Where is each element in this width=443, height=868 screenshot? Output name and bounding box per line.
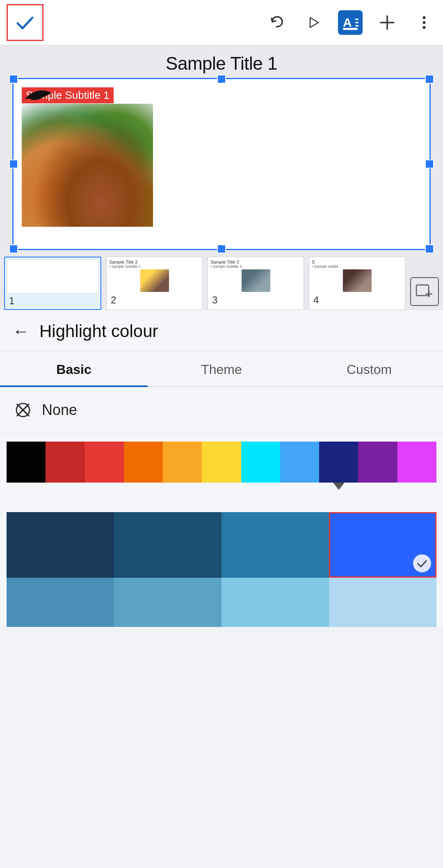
slide-canvas[interactable]: Sample Subtitle 1 [12, 78, 431, 250]
panel-header: ← Highlight colour [0, 310, 443, 351]
color-purple[interactable] [358, 442, 397, 483]
toolbar-icons: A [264, 10, 436, 35]
thumb-subtitle-4: • Sample Subttit [312, 264, 338, 269]
color-light-blue[interactable] [280, 442, 319, 483]
add-icon[interactable] [375, 10, 400, 35]
shade-steel-blue[interactable] [114, 578, 222, 627]
tab-custom[interactable]: Custom [295, 351, 443, 386]
shade-darkest[interactable] [7, 512, 114, 578]
svg-rect-2 [343, 28, 358, 30]
thumb-num-4: 4 [312, 294, 319, 306]
shade-dark[interactable] [114, 512, 222, 578]
back-button[interactable]: ← [12, 323, 30, 340]
thumb-num-2: 2 [109, 294, 116, 306]
color-panel: ← Highlight colour Basic Theme Custom No… [0, 310, 443, 627]
play-icon[interactable] [301, 10, 326, 35]
color-cyan[interactable] [241, 442, 280, 483]
thumb-3[interactable]: Sample Title 3 • Sample Subtitle 3 3 [208, 257, 304, 310]
thumb-4[interactable]: S • Sample Subttit 4 [309, 257, 405, 310]
more-options-icon[interactable] [412, 10, 436, 35]
shade-light-blue[interactable] [222, 578, 329, 627]
thumb-title-4: S [312, 260, 315, 264]
color-amber[interactable] [163, 442, 202, 483]
shade-pale-blue[interactable] [329, 578, 436, 627]
none-label: None [42, 401, 77, 419]
none-option[interactable]: None [0, 387, 443, 433]
thumb-2[interactable]: Sample Title 2 • Sample Subtitle 2 2 [106, 257, 203, 310]
thumb-img-4 [343, 269, 372, 292]
color-magenta[interactable] [397, 442, 436, 483]
svg-text:A: A [343, 16, 352, 29]
thumb-subtitle-3: • Sample Subtitle 3 [210, 264, 242, 269]
no-fill-icon [12, 399, 34, 421]
thumb-title-2: Sample Title 2 [109, 260, 138, 264]
toolbar: A [0, 0, 443, 45]
color-orange[interactable] [124, 442, 163, 483]
color-dark-red[interactable] [46, 442, 84, 483]
thumbnails-row: 1 Sample Title 2 • Sample Subtitle 2 2 S… [0, 250, 443, 310]
thumb-img-3 [242, 269, 270, 292]
confirm-button[interactable] [7, 4, 43, 41]
shade-grid-row1 [0, 502, 443, 578]
color-tabs: Basic Theme Custom [0, 351, 443, 387]
shade-bright-blue[interactable] [329, 512, 436, 578]
thumb-blank [7, 260, 98, 293]
thumb-num-1: 1 [7, 295, 14, 307]
color-black[interactable] [7, 442, 46, 483]
basic-colors-row [0, 433, 443, 491]
shade-grid-row2 [0, 578, 443, 627]
add-slide-button[interactable] [410, 277, 439, 306]
svg-point-8 [423, 16, 426, 19]
resize-handle-bl[interactable] [9, 244, 18, 253]
tab-basic[interactable]: Basic [0, 351, 148, 386]
resize-handle-tl[interactable] [9, 75, 18, 84]
resize-handle-mr[interactable] [425, 159, 434, 169]
shade-mid[interactable] [222, 512, 329, 578]
color-red[interactable] [85, 442, 124, 483]
shade-spacer [0, 491, 443, 502]
shade-medium-blue[interactable] [7, 578, 114, 627]
slide-editor: Sample Title 1 Sample Subtitle 1 [0, 45, 443, 250]
undo-icon[interactable] [264, 10, 289, 35]
font-format-icon[interactable]: A [338, 10, 363, 35]
svg-point-10 [423, 26, 426, 29]
resize-handle-br[interactable] [425, 244, 434, 253]
panel-title: Highlight colour [39, 321, 158, 341]
tab-theme[interactable]: Theme [148, 351, 295, 386]
thumb-img-2 [140, 269, 169, 292]
svg-point-9 [423, 21, 426, 24]
slide-image [22, 104, 153, 227]
color-navy[interactable] [319, 442, 358, 483]
thumb-title-3: Sample Title 3 [210, 260, 239, 264]
svg-marker-0 [310, 18, 318, 27]
thumb-subtitle-2: • Sample Subtitle 2 [109, 264, 140, 269]
resize-handle-tr[interactable] [425, 75, 434, 84]
color-yellow[interactable] [202, 442, 241, 483]
slide-title: Sample Title 1 [8, 53, 435, 74]
thumb-num-3: 3 [210, 294, 217, 306]
resize-handle-bc[interactable] [217, 244, 226, 253]
resize-handle-tc[interactable] [217, 75, 226, 84]
selected-check [413, 554, 431, 572]
thumb-1[interactable]: 1 [4, 257, 101, 310]
brand-logo [22, 87, 55, 104]
resize-handle-ml[interactable] [9, 159, 18, 169]
